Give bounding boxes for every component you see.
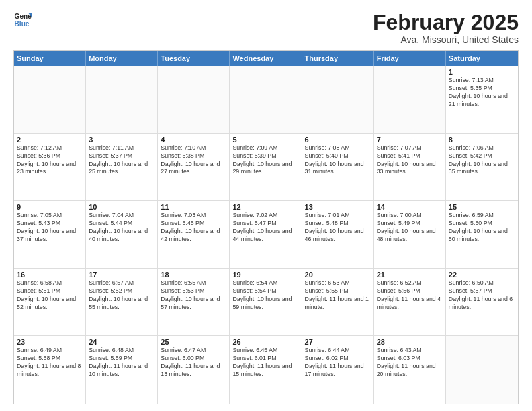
- day-info: Sunrise: 6:48 AM Sunset: 5:59 PM Dayligh…: [89, 347, 154, 379]
- day-info: Sunrise: 6:44 AM Sunset: 6:02 PM Dayligh…: [305, 347, 371, 379]
- calendar-cell: 17Sunrise: 6:57 AM Sunset: 5:52 PM Dayli…: [86, 269, 158, 336]
- weekday-header: Monday: [86, 51, 158, 66]
- calendar-cell: 26Sunrise: 6:45 AM Sunset: 6:01 PM Dayli…: [230, 336, 302, 404]
- calendar-cell: 28Sunrise: 6:43 AM Sunset: 6:03 PM Dayli…: [374, 336, 446, 404]
- day-info: Sunrise: 7:04 AM Sunset: 5:44 PM Dayligh…: [89, 212, 154, 244]
- calendar-cell: 23Sunrise: 6:49 AM Sunset: 5:58 PM Dayli…: [14, 336, 86, 404]
- day-info: Sunrise: 7:05 AM Sunset: 5:43 PM Dayligh…: [17, 212, 83, 244]
- calendar-cell: 20Sunrise: 6:53 AM Sunset: 5:55 PM Dayli…: [302, 269, 374, 336]
- calendar-row: 23Sunrise: 6:49 AM Sunset: 5:58 PM Dayli…: [14, 336, 518, 404]
- calendar-cell: [14, 66, 86, 133]
- day-info: Sunrise: 6:53 AM Sunset: 5:55 PM Dayligh…: [305, 279, 371, 312]
- calendar-cell: 2Sunrise: 7:12 AM Sunset: 5:36 PM Daylig…: [14, 134, 86, 201]
- calendar-row: 1Sunrise: 7:13 AM Sunset: 5:35 PM Daylig…: [14, 66, 518, 134]
- day-info: Sunrise: 6:58 AM Sunset: 5:51 PM Dayligh…: [17, 279, 83, 312]
- calendar-cell: 10Sunrise: 7:04 AM Sunset: 5:44 PM Dayli…: [86, 201, 158, 268]
- calendar-row: 16Sunrise: 6:58 AM Sunset: 5:51 PM Dayli…: [14, 269, 518, 336]
- calendar-cell: 25Sunrise: 6:47 AM Sunset: 6:00 PM Dayli…: [158, 336, 230, 404]
- calendar-cell: 18Sunrise: 6:55 AM Sunset: 5:53 PM Dayli…: [158, 269, 230, 336]
- day-number: 7: [377, 136, 443, 144]
- calendar-cell: 27Sunrise: 6:44 AM Sunset: 6:02 PM Dayli…: [302, 336, 374, 404]
- calendar-cell: 7Sunrise: 7:07 AM Sunset: 5:41 PM Daylig…: [374, 134, 446, 201]
- day-info: Sunrise: 6:55 AM Sunset: 5:53 PM Dayligh…: [161, 279, 226, 312]
- calendar-cell: 21Sunrise: 6:52 AM Sunset: 5:56 PM Dayli…: [374, 269, 446, 336]
- day-info: Sunrise: 6:54 AM Sunset: 5:54 PM Dayligh…: [232, 279, 298, 312]
- day-number: 23: [17, 338, 83, 346]
- day-number: 12: [232, 203, 298, 211]
- day-number: 19: [232, 271, 298, 279]
- calendar-row: 2Sunrise: 7:12 AM Sunset: 5:36 PM Daylig…: [14, 134, 518, 201]
- calendar-cell: [230, 66, 302, 133]
- day-number: 5: [232, 136, 298, 144]
- day-info: Sunrise: 7:02 AM Sunset: 5:47 PM Dayligh…: [232, 212, 298, 244]
- weekday-header: Saturday: [446, 51, 518, 66]
- day-info: Sunrise: 6:47 AM Sunset: 6:00 PM Dayligh…: [161, 347, 226, 379]
- day-info: Sunrise: 6:59 AM Sunset: 5:50 PM Dayligh…: [449, 212, 515, 244]
- day-number: 1: [449, 68, 515, 76]
- calendar-cell: 12Sunrise: 7:02 AM Sunset: 5:47 PM Dayli…: [230, 201, 302, 268]
- day-number: 22: [449, 271, 515, 279]
- calendar-cell: 3Sunrise: 7:11 AM Sunset: 5:37 PM Daylig…: [86, 134, 158, 201]
- day-number: 28: [377, 338, 443, 346]
- calendar-cell: 4Sunrise: 7:10 AM Sunset: 5:38 PM Daylig…: [158, 134, 230, 201]
- calendar-cell: 11Sunrise: 7:03 AM Sunset: 5:45 PM Dayli…: [158, 201, 230, 268]
- header: General Blue February 2025 Ava, Missouri…: [13, 11, 519, 45]
- day-info: Sunrise: 6:45 AM Sunset: 6:01 PM Dayligh…: [232, 347, 298, 379]
- calendar-cell: [86, 66, 158, 133]
- day-number: 4: [161, 136, 226, 144]
- day-info: Sunrise: 7:08 AM Sunset: 5:40 PM Dayligh…: [305, 144, 371, 177]
- calendar-row: 9Sunrise: 7:05 AM Sunset: 5:43 PM Daylig…: [14, 201, 518, 269]
- day-number: 14: [377, 203, 443, 211]
- weekday-header: Tuesday: [158, 51, 230, 66]
- day-number: 11: [161, 203, 226, 211]
- day-number: 24: [89, 338, 154, 346]
- month-title: February 2025: [373, 11, 519, 34]
- weekday-header: Wednesday: [230, 51, 302, 66]
- day-number: 2: [17, 136, 83, 144]
- calendar: SundayMondayTuesdayWednesdayThursdayFrid…: [13, 50, 519, 404]
- svg-text:Blue: Blue: [15, 20, 30, 28]
- calendar-cell: 1Sunrise: 7:13 AM Sunset: 5:35 PM Daylig…: [446, 66, 518, 133]
- day-number: 17: [89, 271, 154, 279]
- day-info: Sunrise: 7:10 AM Sunset: 5:38 PM Dayligh…: [161, 144, 226, 177]
- day-number: 13: [305, 203, 371, 211]
- day-number: 6: [305, 136, 371, 144]
- calendar-cell: 13Sunrise: 7:01 AM Sunset: 5:48 PM Dayli…: [302, 201, 374, 268]
- weekday-header: Thursday: [302, 51, 374, 66]
- day-number: 26: [232, 338, 298, 346]
- calendar-cell: 24Sunrise: 6:48 AM Sunset: 5:59 PM Dayli…: [86, 336, 158, 404]
- day-number: 3: [89, 136, 154, 144]
- calendar-cell: [302, 66, 374, 133]
- day-info: Sunrise: 7:01 AM Sunset: 5:48 PM Dayligh…: [305, 212, 371, 244]
- day-info: Sunrise: 7:13 AM Sunset: 5:35 PM Dayligh…: [449, 77, 515, 109]
- day-number: 27: [305, 338, 371, 346]
- day-info: Sunrise: 7:00 AM Sunset: 5:49 PM Dayligh…: [377, 212, 443, 244]
- day-number: 8: [449, 136, 515, 144]
- day-number: 16: [17, 271, 83, 279]
- day-info: Sunrise: 7:06 AM Sunset: 5:42 PM Dayligh…: [449, 144, 515, 177]
- day-number: 20: [305, 271, 371, 279]
- calendar-cell: 15Sunrise: 6:59 AM Sunset: 5:50 PM Dayli…: [446, 201, 518, 268]
- calendar-header: SundayMondayTuesdayWednesdayThursdayFrid…: [14, 51, 518, 66]
- calendar-cell: 6Sunrise: 7:08 AM Sunset: 5:40 PM Daylig…: [302, 134, 374, 201]
- calendar-body: 1Sunrise: 7:13 AM Sunset: 5:35 PM Daylig…: [14, 66, 518, 404]
- day-info: Sunrise: 6:43 AM Sunset: 6:03 PM Dayligh…: [377, 347, 443, 379]
- calendar-cell: 14Sunrise: 7:00 AM Sunset: 5:49 PM Dayli…: [374, 201, 446, 268]
- day-info: Sunrise: 6:49 AM Sunset: 5:58 PM Dayligh…: [17, 347, 83, 379]
- location-title: Ava, Missouri, United States: [373, 34, 519, 45]
- logo-icon: General Blue: [13, 11, 32, 30]
- calendar-cell: [374, 66, 446, 133]
- calendar-cell: 9Sunrise: 7:05 AM Sunset: 5:43 PM Daylig…: [14, 201, 86, 268]
- day-info: Sunrise: 6:57 AM Sunset: 5:52 PM Dayligh…: [89, 279, 154, 312]
- day-number: 18: [161, 271, 226, 279]
- calendar-cell: [158, 66, 230, 133]
- day-info: Sunrise: 6:52 AM Sunset: 5:56 PM Dayligh…: [377, 279, 443, 312]
- day-info: Sunrise: 7:11 AM Sunset: 5:37 PM Dayligh…: [89, 144, 154, 177]
- day-info: Sunrise: 7:07 AM Sunset: 5:41 PM Dayligh…: [377, 144, 443, 177]
- day-number: 25: [161, 338, 226, 346]
- logo: General Blue: [13, 11, 32, 30]
- day-number: 21: [377, 271, 443, 279]
- day-number: 9: [17, 203, 83, 211]
- calendar-cell: [446, 336, 518, 404]
- day-info: Sunrise: 7:03 AM Sunset: 5:45 PM Dayligh…: [161, 212, 226, 244]
